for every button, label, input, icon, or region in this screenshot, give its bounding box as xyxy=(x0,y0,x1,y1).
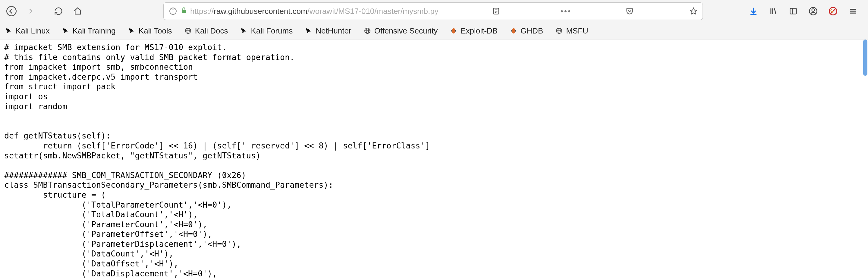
url-text: https://raw.githubusercontent.com/worawi… xyxy=(190,7,438,16)
pocket-icon[interactable] xyxy=(624,5,636,17)
noscript-icon[interactable] xyxy=(827,5,839,17)
lock-icon xyxy=(181,7,187,16)
svg-line-12 xyxy=(775,8,776,14)
bookmark-label: Kali Linux xyxy=(16,26,50,36)
scrollbar-thumb[interactable] xyxy=(863,39,867,76)
svg-point-16 xyxy=(812,9,815,11)
dragon-icon xyxy=(128,27,135,35)
svg-rect-13 xyxy=(790,8,797,14)
bookmark-ghdb[interactable]: GHDB xyxy=(507,25,546,37)
address-bar[interactable]: https://raw.githubusercontent.com/worawi… xyxy=(163,2,703,20)
navigation-toolbar: https://raw.githubusercontent.com/worawi… xyxy=(0,0,868,22)
dragon-icon xyxy=(62,27,70,35)
svg-point-3 xyxy=(173,9,174,10)
page-actions-icon[interactable]: ••• xyxy=(560,5,572,17)
home-button[interactable] xyxy=(69,3,86,20)
menu-icon[interactable] xyxy=(847,5,859,17)
bookmark-label: Kali Docs xyxy=(195,26,228,36)
bug-icon xyxy=(450,27,458,35)
url-host: raw.githubusercontent.com xyxy=(214,7,307,16)
bookmark-exploit-db[interactable]: Exploit-DB xyxy=(447,25,500,37)
svg-rect-4 xyxy=(182,10,186,13)
bookmark-label: Kali Training xyxy=(73,26,116,36)
forward-button[interactable] xyxy=(22,3,39,20)
bookmark-label: MSFU xyxy=(566,26,588,36)
bookmark-label: GHDB xyxy=(521,26,543,36)
bookmark-kali-docs[interactable]: Kali Docs xyxy=(182,25,230,37)
dragon-icon xyxy=(5,27,13,35)
bookmark-label: Kali Tools xyxy=(138,26,172,36)
bookmark-label: NetHunter xyxy=(315,26,351,36)
world-icon xyxy=(364,27,371,35)
dragon-icon xyxy=(240,27,248,35)
bookmark-kali-forums[interactable]: Kali Forums xyxy=(238,25,295,37)
bookmark-label: Offensive Security xyxy=(374,26,438,36)
scrollbar-track[interactable] xyxy=(862,39,868,280)
library-icon[interactable] xyxy=(767,5,779,17)
reload-button[interactable] xyxy=(50,3,67,20)
code-block: # impacket SMB extension for MS17-010 ex… xyxy=(0,39,868,280)
bookmark-kali-tools[interactable]: Kali Tools xyxy=(125,25,175,37)
bookmark-offensive-security[interactable]: Offensive Security xyxy=(361,25,440,37)
site-info-icon[interactable] xyxy=(168,7,178,16)
back-button[interactable] xyxy=(3,3,20,20)
bookmarks-bar: Kali LinuxKali TrainingKali ToolsKali Do… xyxy=(0,22,868,39)
bookmark-kali-training[interactable]: Kali Training xyxy=(59,25,118,37)
svg-point-0 xyxy=(7,6,16,16)
url-proto: https:// xyxy=(190,7,214,16)
dragon-icon xyxy=(305,27,313,35)
reader-mode-icon[interactable] xyxy=(490,5,502,17)
bookmark-nethunter[interactable]: NetHunter xyxy=(302,25,354,37)
sidebar-icon[interactable] xyxy=(787,5,799,17)
downloads-icon[interactable] xyxy=(747,5,760,17)
browser-chrome: https://raw.githubusercontent.com/worawi… xyxy=(0,0,868,39)
bookmark-label: Exploit-DB xyxy=(461,26,498,36)
bug-icon xyxy=(510,27,518,35)
world-icon xyxy=(184,27,192,35)
bookmark-msfu[interactable]: MSFU xyxy=(553,25,591,37)
right-toolbar xyxy=(747,5,865,17)
url-path: /worawit/MS17-010/master/mysmb.py xyxy=(307,7,438,16)
page-content: # impacket SMB extension for MS17-010 ex… xyxy=(0,39,868,280)
bookmark-star-icon[interactable] xyxy=(687,5,700,17)
account-icon[interactable] xyxy=(807,5,819,17)
world-icon xyxy=(555,27,563,35)
bookmark-kali-linux[interactable]: Kali Linux xyxy=(2,25,52,37)
bookmark-label: Kali Forums xyxy=(251,26,293,36)
